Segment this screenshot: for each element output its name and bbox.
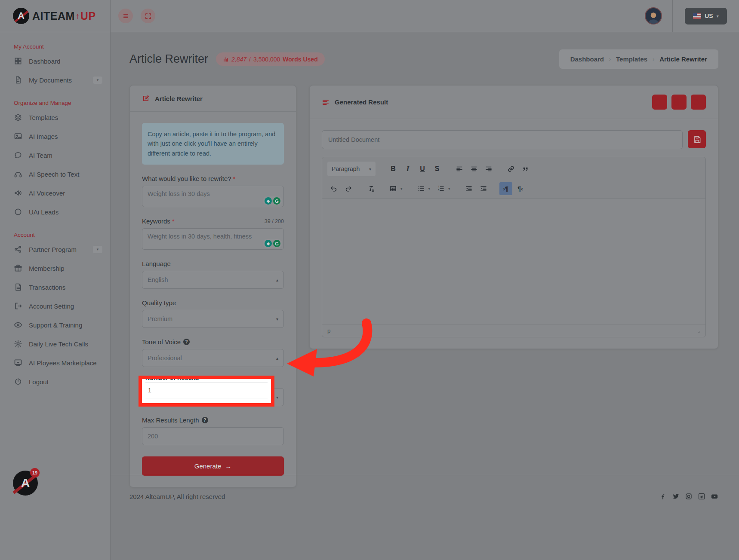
quote-icon	[522, 165, 530, 173]
chat-widget-button[interactable]: A 19	[13, 471, 38, 496]
align-center-button[interactable]	[468, 162, 480, 175]
save-icon	[693, 135, 701, 144]
sidebar-item-label: AI Images	[29, 133, 58, 140]
chevron-down-icon[interactable]: ▾	[448, 187, 450, 191]
facebook-icon[interactable]	[659, 493, 667, 500]
resize-handle[interactable]	[695, 328, 700, 334]
breadcrumb-templates[interactable]: Templates	[616, 55, 647, 63]
language-country-selector[interactable]: US ▾	[685, 8, 727, 24]
person-icon	[646, 9, 661, 24]
sidebar-item-templates[interactable]: Templates	[0, 108, 110, 127]
sidebar-item-ai-speech-to-text[interactable]: AI Speech to Text	[0, 165, 110, 184]
sidebar-item-logout[interactable]: Logout	[0, 372, 110, 391]
generate-button[interactable]: Generate →	[142, 456, 284, 476]
breadcrumb-dashboard[interactable]: Dashboard	[570, 55, 604, 63]
numbered-list-button[interactable]: 123	[434, 182, 447, 195]
max-length-input-box[interactable]: 200	[142, 427, 284, 445]
sidebar-item-uai-leads[interactable]: UAi Leads	[0, 202, 110, 221]
sidebar-item-my-documents[interactable]: My Documents ▾	[0, 70, 110, 89]
sidebar-item-ai-voiceover[interactable]: AI Voiceover	[0, 184, 110, 202]
sidebar-item-membership[interactable]: Membership	[0, 259, 110, 278]
sidebar-item-ai-team[interactable]: AI Team	[0, 146, 110, 165]
language-select[interactable]: English ▴	[142, 271, 284, 289]
ltr-direction-button[interactable]: ›¶	[499, 182, 512, 195]
chevron-down-icon: ▾	[369, 167, 371, 171]
grammarly-icon: G	[273, 240, 280, 247]
redo-button[interactable]	[342, 182, 355, 195]
grammarly-extension[interactable]: ◆ G	[263, 239, 282, 248]
align-left-button[interactable]	[453, 162, 466, 175]
caret-down-icon: ▾	[276, 317, 278, 321]
share-nodes-icon	[14, 245, 22, 254]
num-results-input[interactable]	[145, 383, 268, 398]
undo-button[interactable]	[327, 182, 340, 195]
outdent-button[interactable]	[462, 182, 475, 195]
bullet-list-button[interactable]	[415, 182, 428, 195]
redo-icon	[345, 185, 352, 193]
keywords-input[interactable]: Weight loss in 30 days, health, fitness	[142, 229, 283, 249]
save-button[interactable]	[688, 130, 706, 148]
strikethrough-button[interactable]: S	[431, 162, 443, 175]
indent-button[interactable]	[477, 182, 490, 195]
sidebar-item-transactions[interactable]: Transactions	[0, 278, 110, 297]
user-avatar[interactable]	[645, 7, 662, 24]
outdent-icon	[465, 185, 473, 193]
youtube-icon[interactable]	[711, 493, 718, 500]
caret-up-icon: ▴	[276, 278, 278, 282]
export-word-button[interactable]: W	[652, 95, 667, 110]
help-icon[interactable]: ?	[202, 417, 208, 423]
indent-icon	[480, 185, 487, 193]
paragraph-format-select[interactable]: Paragraph ▾	[327, 162, 376, 176]
copy-button[interactable]	[691, 95, 706, 110]
table-icon	[389, 185, 397, 193]
editor-content-area[interactable]	[322, 199, 705, 324]
rtl-direction-button[interactable]: ¶‹	[514, 182, 527, 195]
linkedin-icon[interactable]	[698, 493, 705, 500]
instagram-icon[interactable]	[685, 493, 693, 500]
twitter-icon[interactable]	[672, 493, 680, 500]
words-used-current: 2,847	[231, 56, 246, 63]
expand-caret-button[interactable]: ▾	[93, 77, 102, 84]
copy-icon	[692, 98, 700, 106]
sidebar-item-partner-program[interactable]: Partner Program ▾	[0, 240, 110, 259]
sidebar-item-ai-images[interactable]: AI Images	[0, 127, 110, 146]
sidebar-item-account-setting[interactable]: Account Setting	[0, 297, 110, 315]
rewrite-input[interactable]: Weight loss in 30 days	[142, 186, 283, 207]
chevron-down-icon[interactable]: ▾	[400, 187, 403, 191]
italic-button[interactable]: I	[401, 162, 414, 175]
grammarly-extension[interactable]: ◆ G	[263, 196, 282, 205]
table-button[interactable]	[387, 182, 400, 195]
gift-icon	[14, 264, 22, 272]
blockquote-button[interactable]	[519, 162, 532, 175]
help-icon[interactable]: ?	[183, 339, 190, 345]
sidebar-item-label: My Documents	[29, 77, 72, 84]
align-right-button[interactable]	[482, 162, 495, 175]
document-title-input[interactable]	[322, 130, 683, 149]
sidebar-toggle-button[interactable]	[118, 9, 133, 23]
sidebar-item-dashboard[interactable]: Dashboard	[0, 52, 110, 70]
link-button[interactable]	[505, 162, 517, 175]
tone-select[interactable]: Professional ▴	[142, 349, 284, 367]
app-logo[interactable]: A AITEAM↑UP	[13, 8, 96, 24]
words-used-badge: 2,847 / 3,500,000 Words Used	[216, 52, 325, 66]
chevron-down-icon[interactable]: ▾	[428, 187, 431, 191]
keywords-counter: 39 / 200	[265, 218, 284, 224]
clear-formatting-button[interactable]	[364, 182, 377, 195]
sidebar-item-support-training[interactable]: Support & Training	[0, 315, 110, 334]
expand-caret-button[interactable]: ▾	[93, 246, 102, 253]
bold-button[interactable]: B	[387, 162, 400, 175]
document-icon	[14, 76, 22, 84]
lightbulb-icon: ◆	[265, 240, 272, 247]
breadcrumb-current: Article Rewriter	[659, 55, 707, 63]
sidebar-item-daily-live-tech-calls[interactable]: Daily Live Tech Calls	[0, 334, 110, 353]
sidebar-item-ai-ployees-marketplace[interactable]: AI Ployees Marketplace	[0, 353, 110, 372]
underline-button[interactable]: U	[416, 162, 429, 175]
quality-select[interactable]: Premium ▾	[142, 310, 284, 328]
align-left-icon	[456, 165, 463, 173]
bar-chart-icon	[223, 56, 229, 62]
form-card-title: Article Rewriter	[155, 95, 203, 102]
speaker-icon	[14, 189, 22, 197]
export-text-button[interactable]	[671, 95, 687, 110]
fullscreen-button[interactable]	[141, 9, 155, 23]
arrow-right-icon: →	[225, 462, 231, 470]
